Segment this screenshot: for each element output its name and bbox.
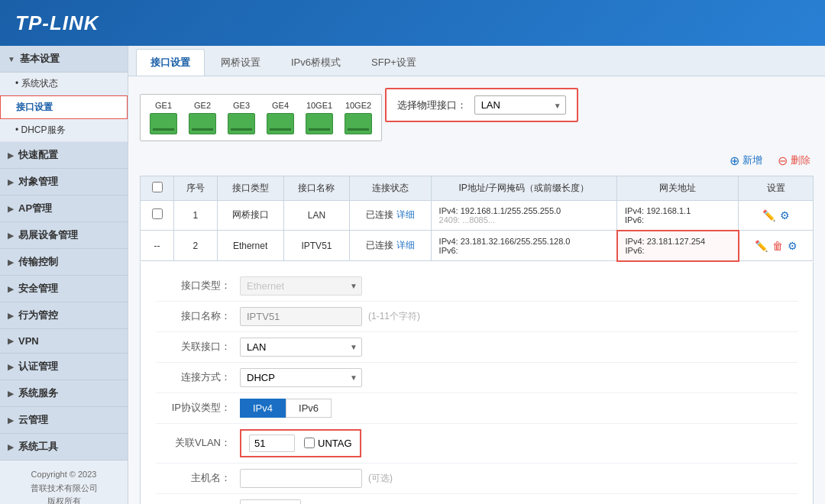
hostname-value: (可选) — [240, 469, 798, 488]
edit-icon[interactable]: ✏️ — [755, 240, 768, 252]
sidebar-item-auth[interactable]: ▶ 认证管理 — [0, 354, 128, 380]
edit-icon[interactable]: ✏️ — [762, 209, 775, 221]
port-type-select: Ethernet — [240, 276, 362, 296]
vlan-input[interactable] — [249, 435, 295, 452]
proto-tab-ipv6[interactable]: IPv6 — [286, 399, 332, 418]
col-status: 连接状态 — [350, 176, 431, 200]
physical-port-select-wrapper: LAN WAN — [474, 95, 566, 115]
col-name: 接口名称 — [283, 176, 350, 200]
sidebar-item-traffic-control[interactable]: ▶ 传输控制 — [0, 249, 128, 276]
header: TP-LINK — [0, 0, 825, 46]
row2-detail-link[interactable]: 详细 — [396, 240, 415, 250]
sidebar-item-port-settings[interactable]: 接口设置 — [0, 95, 128, 119]
arrow-icon: ▶ — [8, 285, 14, 293]
delete-button[interactable]: ⊖ 删除 — [775, 152, 814, 170]
arrow-icon: ▶ — [8, 416, 14, 425]
sidebar-item-easy-mgmt[interactable]: ▶ 易展设备管理 — [0, 222, 128, 249]
hostname-label: 主机名： — [156, 471, 240, 485]
select-all-checkbox[interactable] — [152, 182, 163, 192]
tab-bridge-settings[interactable]: 网桥设置 — [206, 49, 275, 76]
port-10ge1[interactable]: 10GE1 — [306, 101, 333, 134]
sidebar-item-system-status[interactable]: • 系统状态 — [0, 73, 128, 95]
form-row-connection-type: 连接方式： DHCP Static PPPoE — [156, 363, 798, 393]
port-icon-10ge1 — [306, 113, 333, 134]
add-icon: ⊕ — [730, 153, 739, 168]
config-icon[interactable]: ⚙ — [788, 240, 798, 252]
sidebar-item-quick-setup[interactable]: ▶ 快速配置 — [0, 142, 128, 169]
row1-type: 网桥接口 — [217, 200, 283, 231]
port-ge2[interactable]: GE2 — [189, 101, 216, 134]
row2-actions: ✏️ 🗑 ⚙ — [739, 231, 814, 261]
linked-port-select-wrapper: LAN — [240, 338, 362, 357]
tab-port-settings[interactable]: 接口设置 — [136, 49, 205, 76]
physical-port-label: 选择物理接口： — [397, 99, 467, 112]
port-ge3[interactable]: GE3 — [228, 101, 255, 134]
content-area: 接口设置 网桥设置 IPv6桥模式 SFP+设置 GE1 GE2 GE3 — [128, 46, 825, 504]
port-ge4[interactable]: GE4 — [267, 101, 294, 134]
linked-port-label: 关联接口： — [156, 340, 240, 354]
col-ip: IP地址/子网掩码（或前缀长度） — [431, 176, 616, 200]
main-container: ▼ 基本设置 • 系统状态 接口设置 • DHCP服务 ▶ 快速配置 ▶ 对象管… — [0, 46, 825, 504]
port-name-input — [240, 307, 362, 326]
arrow-icon: ▶ — [8, 363, 14, 371]
arrow-icon: ▶ — [8, 337, 14, 345]
tab-ipv6-bridge[interactable]: IPv6桥模式 — [277, 49, 355, 76]
physical-port-select[interactable]: LAN WAN — [474, 95, 566, 115]
physical-port-select-row: 选择物理接口： LAN WAN — [385, 88, 578, 122]
port-type-select-wrapper: Ethernet — [240, 276, 362, 296]
port-type-value: Ethernet — [240, 276, 798, 296]
arrow-icon: ▶ — [8, 231, 14, 240]
sidebar-item-ap-mgmt[interactable]: ▶ AP管理 — [0, 195, 128, 222]
add-button[interactable]: ⊕ 新增 — [726, 152, 765, 170]
form-row-vlan: 关联VLAN： UNTAG — [156, 424, 798, 464]
sidebar-item-cloud[interactable]: ▶ 云管理 — [0, 407, 128, 434]
sidebar-item-system-service[interactable]: ▶ 系统服务 — [0, 380, 128, 407]
hostname-input[interactable] — [240, 469, 362, 488]
sidebar: ▼ 基本设置 • 系统状态 接口设置 • DHCP服务 ▶ 快速配置 ▶ 对象管… — [0, 46, 128, 504]
proto-tabs: IPv4 IPv6 — [240, 399, 332, 418]
sidebar-item-dhcp[interactable]: • DHCP服务 — [0, 119, 128, 142]
row1-checkbox[interactable] — [141, 200, 174, 231]
sidebar-item-system-tools[interactable]: ▶ 系统工具 — [0, 434, 128, 460]
content-inner: GE1 GE2 GE3 GE4 10GE1 — [128, 76, 825, 504]
sidebar-footer: Copyright © 2023 普联技术有限公司 版权所有 — [0, 460, 128, 504]
sidebar-item-security[interactable]: ▶ 安全管理 — [0, 276, 128, 302]
arrow-icon: ▶ — [8, 389, 14, 398]
vlan-value: UNTAG — [240, 429, 798, 457]
untag-checkbox[interactable] — [304, 438, 315, 448]
row1-ip: IPv4: 192.168.1.1/255.255.255.0 2409: ..… — [431, 200, 616, 231]
ip-protocol-value: IPv4 IPv6 — [240, 399, 798, 418]
tab-bar: 接口设置 网桥设置 IPv6桥模式 SFP+设置 — [128, 46, 825, 76]
row1-action-buttons: ✏️ ⚙ — [746, 209, 805, 221]
row2-ip: IPv4: 23.181.32.166/255.255.128.0 IPv6: — [431, 231, 616, 261]
connection-type-select[interactable]: DHCP Static PPPoE — [240, 368, 362, 387]
arrow-icon: ▶ — [8, 205, 14, 213]
port-10ge2[interactable]: 10GE2 — [345, 101, 372, 134]
config-icon[interactable]: ⚙ — [780, 209, 790, 221]
sidebar-item-vpn[interactable]: ▶ VPN — [0, 329, 128, 354]
tab-sfp-settings[interactable]: SFP+设置 — [357, 49, 431, 76]
mtu-input[interactable] — [240, 499, 301, 505]
form-row-port-name: 接口名称： (1-11个字符) — [156, 302, 798, 332]
vlan-highlight-container: UNTAG — [240, 429, 361, 457]
sidebar-item-object-mgmt[interactable]: ▶ 对象管理 — [0, 169, 128, 195]
port-name-hint: (1-11个字符) — [368, 310, 420, 323]
table-row: -- 2 Ethernet IPTV51 已连接 详细 IPv4: 23.181… — [141, 231, 814, 261]
connection-type-value: DHCP Static PPPoE — [240, 368, 798, 387]
proto-tab-ipv4[interactable]: IPv4 — [240, 399, 286, 418]
row1-gateway: IPv4: 192.168.1.1 IPv6: — [617, 200, 739, 231]
delete-row-icon[interactable]: 🗑 — [772, 240, 783, 252]
col-type: 接口类型 — [217, 176, 283, 200]
row2-checkbox[interactable]: -- — [141, 231, 174, 261]
row1-detail-link[interactable]: 详细 — [396, 209, 415, 220]
data-table: 序号 接口类型 接口名称 连接状态 IP地址/子网掩码（或前缀长度） 网关地址 … — [140, 176, 814, 262]
col-checkbox — [141, 176, 174, 200]
row2-seq: 2 — [174, 231, 218, 261]
linked-port-select[interactable]: LAN — [240, 338, 362, 357]
sidebar-item-behavior[interactable]: ▶ 行为管控 — [0, 302, 128, 329]
row2-name: IPTV51 — [283, 231, 350, 261]
sidebar-item-basic-settings[interactable]: ▼ 基本设置 — [0, 46, 128, 73]
linked-port-value: LAN — [240, 338, 798, 357]
port-ge1[interactable]: GE1 — [150, 101, 177, 134]
mtu-value: (576-1500) — [240, 499, 798, 505]
